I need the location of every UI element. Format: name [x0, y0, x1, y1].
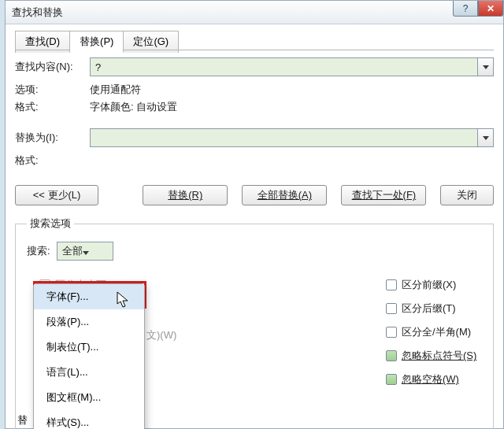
checkbox-icon — [386, 303, 397, 314]
replace-with-label: 替换为(I): — [15, 131, 90, 145]
menu-item-language[interactable]: 语言(L)... — [34, 360, 144, 385]
check-full-half[interactable]: 区分全/半角(M) — [386, 325, 476, 339]
check-suffix[interactable]: 区分后缀(T) — [386, 301, 476, 316]
menu-item-paragraph[interactable]: 段落(P)... — [34, 309, 144, 335]
menu-item-style[interactable]: 样式(S)... — [34, 410, 144, 429]
check-ignore-punct[interactable]: 忽略标点符号(S) — [386, 349, 476, 363]
less-button[interactable]: << 更少(L) — [15, 185, 98, 205]
replace-button[interactable]: 替换(R) — [143, 185, 228, 205]
titlebar: 查找和替换 ? ✕ — [6, 1, 503, 24]
search-direction-label: 搜索: — [27, 244, 50, 258]
help-button[interactable]: ? — [453, 1, 478, 17]
format-label: 格式: — [15, 100, 90, 114]
checkbox-icon — [386, 327, 397, 338]
dropdown-arrow-icon[interactable] — [83, 246, 97, 257]
menu-item-tabs[interactable]: 制表位(T)... — [34, 335, 144, 360]
format-value: 字体颜色: 自动设置 — [90, 100, 177, 114]
close-button[interactable]: 关闭 — [440, 185, 494, 205]
dropdown-arrow-icon[interactable] — [477, 58, 493, 76]
obscured-text: 替 — [17, 413, 28, 427]
tab-replace[interactable]: 替换(P) — [69, 31, 124, 53]
find-next-button[interactable]: 查找下一处(F) — [341, 185, 426, 205]
replace-with-input[interactable] — [90, 128, 494, 147]
window-title: 查找和替换 — [12, 6, 63, 20]
replace-all-button[interactable]: 全部替换(A) — [242, 185, 327, 205]
find-what-label: 查找内容(N): — [15, 60, 90, 74]
menu-item-frame[interactable]: 图文框(M)... — [34, 385, 144, 410]
checkbox-icon — [386, 350, 397, 361]
find-what-value: ? — [95, 61, 101, 73]
obscured-text: 文)(W) — [146, 328, 176, 342]
format2-label: 格式: — [15, 153, 90, 168]
checkbox-icon — [386, 279, 397, 290]
cursor-icon — [117, 291, 131, 309]
search-options-legend: 搜索选项 — [27, 216, 74, 231]
check-prefix[interactable]: 区分前缀(X) — [386, 278, 476, 292]
checkbox-icon — [386, 374, 397, 385]
check-ignore-space[interactable]: 忽略空格(W) — [386, 372, 476, 386]
options-value: 使用通配符 — [90, 83, 141, 97]
window-close-button[interactable]: ✕ — [478, 1, 503, 17]
options-label: 选项: — [15, 83, 90, 97]
find-what-input[interactable]: ? — [90, 57, 494, 76]
dropdown-arrow-icon[interactable] — [477, 129, 493, 146]
search-direction-select[interactable]: 全部 — [57, 242, 113, 261]
